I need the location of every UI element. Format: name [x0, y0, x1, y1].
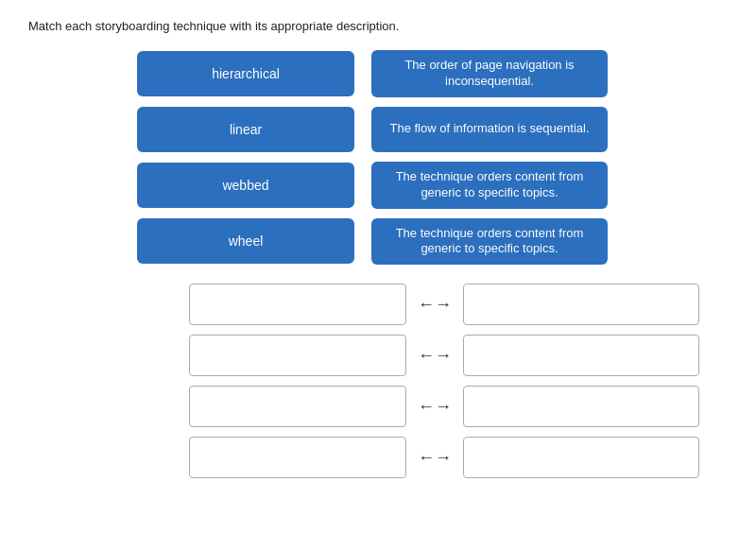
answer-right-2[interactable] [463, 335, 699, 376]
term-hierarchical[interactable]: hierarchical [137, 51, 354, 96]
answer-left-4[interactable] [189, 437, 406, 478]
answer-left-3[interactable] [189, 386, 406, 427]
description-2[interactable]: The flow of information is sequential. [371, 107, 608, 152]
answer-right-1[interactable] [463, 284, 699, 325]
arrow-1: ←→ [416, 295, 454, 315]
arrow-2: ←→ [416, 346, 454, 366]
arrow-4: ←→ [416, 448, 454, 468]
answer-left-2[interactable] [189, 335, 406, 376]
term-wheel[interactable]: wheel [137, 218, 354, 264]
answer-right-3[interactable] [463, 386, 699, 427]
description-4[interactable]: The technique orders content from generi… [371, 218, 608, 266]
instructions-text: Match each storyboarding technique with … [28, 19, 728, 33]
description-1[interactable]: The order of page navigation is inconseq… [371, 50, 608, 97]
term-webbed[interactable]: webbed [137, 163, 354, 208]
answer-right-4[interactable] [463, 437, 699, 478]
answer-left-1[interactable] [189, 284, 406, 325]
term-linear[interactable]: linear [137, 107, 354, 152]
description-3[interactable]: The technique orders content from generi… [371, 162, 608, 209]
arrow-3: ←→ [416, 397, 454, 417]
